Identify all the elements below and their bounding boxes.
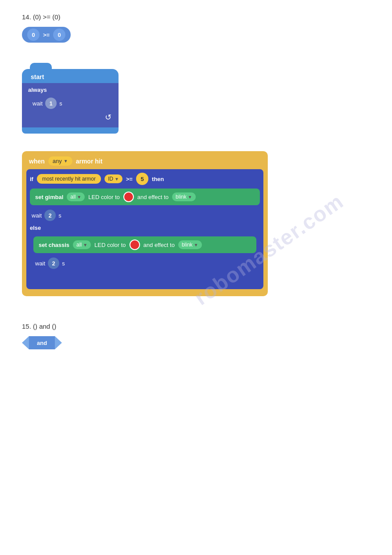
blink-dropdown-chassis[interactable]: blink ▼ [178, 240, 202, 249]
if-wait-unit: s [58, 212, 61, 219]
led-color-to-label: LED color to [88, 194, 120, 200]
refresh-row: ↺ [25, 111, 115, 124]
and-center: and [31, 336, 53, 349]
gte-op: >= [126, 176, 133, 182]
wait-unit: s [59, 100, 62, 107]
any-label: any [53, 158, 62, 164]
any-arrow: ▼ [64, 159, 68, 163]
set-chassis-row: set chassis all ▼ LED color to and effec… [33, 236, 256, 253]
when-header: when any ▼ armor hit [22, 151, 268, 169]
armor-hit-label: armor hit [76, 158, 103, 165]
start-bottom [22, 127, 119, 134]
section-14-label: 14. (0) >= (0) [22, 13, 370, 21]
blink-dropdown-gimbal[interactable]: blink ▼ [172, 192, 196, 201]
else-filler-bar [33, 275, 227, 282]
always-label: always [25, 87, 115, 93]
if-wait-value: 2 [44, 210, 56, 221]
start-label: start [31, 73, 44, 80]
when-body: if most recently hit armor ID ▼ >= 5 the… [22, 169, 268, 296]
else-label: else [30, 223, 260, 233]
blink-label-gimbal: blink [176, 194, 187, 200]
id-dropdown[interactable]: ID ▼ [104, 174, 122, 183]
comparison-block: 0 >= 0 [22, 27, 71, 43]
comparison-left-val: 0 [27, 29, 40, 41]
and-right-arrow [55, 336, 62, 349]
chassis-all-arrow: ▼ [83, 243, 87, 247]
section-15-section: 15. () and () and [22, 323, 370, 351]
when-label: when [29, 158, 45, 165]
start-block: start always wait 1 s ↺ [22, 69, 119, 134]
set-chassis-label: set chassis [39, 242, 69, 248]
blink-arrow-chassis: ▼ [194, 243, 198, 247]
section-15-label: 15. () and () [22, 323, 370, 330]
and-effect-to2-label: and effect to [144, 242, 175, 248]
start-hat: start [22, 69, 119, 83]
comparison-op: >= [43, 32, 50, 38]
refresh-icon: ↺ [105, 112, 111, 122]
and-block-wrapper: and [22, 336, 62, 349]
led-color-circle-gimbal[interactable] [123, 192, 134, 202]
most-recently-pill: most recently hit armor [37, 174, 101, 184]
else-wait-value: 2 [48, 258, 59, 269]
start-block-section: start always wait 1 s ↺ [22, 69, 370, 134]
and-text: and [37, 340, 47, 346]
blink-arrow-gimbal: ▼ [188, 195, 192, 200]
when-block-section: when any ▼ armor hit if most recently hi… [22, 151, 370, 296]
gimbal-all-label: all [70, 194, 76, 200]
if-header: if most recently hit armor ID ▼ >= 5 the… [30, 173, 260, 185]
if-label: if [30, 176, 33, 182]
when-outer-block: when any ▼ armor hit if most recently hi… [22, 151, 268, 296]
always-body: always wait 1 s ↺ [22, 83, 119, 127]
else-wait-unit: s [62, 260, 65, 267]
else-wait-row: wait 2 s [33, 256, 256, 271]
if-wait-label: wait [32, 212, 42, 219]
comparison-right-val: 0 [53, 29, 65, 41]
gimbal-all-dropdown[interactable]: all ▼ [67, 192, 85, 201]
set-gimbal-row: set gimbal all ▼ LED color to and effect… [30, 189, 260, 205]
most-recently-text: most recently hit armor [42, 176, 96, 182]
led-color-circle-chassis[interactable] [129, 239, 140, 250]
if-block: if most recently hit armor ID ▼ >= 5 the… [26, 169, 263, 289]
id-arrow: ▼ [115, 177, 119, 181]
led-color-to2-label: LED color to [94, 242, 126, 248]
chassis-all-label: all [76, 242, 82, 248]
then-label: then [152, 176, 164, 182]
if-wait-row: wait 2 s [30, 208, 260, 223]
chassis-all-dropdown[interactable]: all ▼ [73, 240, 91, 249]
id-label: ID [108, 176, 113, 182]
set-gimbal-label: set gimbal [35, 194, 63, 200]
any-dropdown[interactable]: any ▼ [48, 156, 72, 166]
and-left-arrow [22, 336, 29, 349]
else-body: set chassis all ▼ LED color to and effec… [30, 233, 260, 286]
else-wait-label: wait [35, 260, 45, 267]
gimbal-all-arrow: ▼ [77, 195, 81, 200]
wait-label: wait [32, 100, 43, 107]
wait-row: wait 1 s [29, 96, 115, 111]
wait-value: 1 [45, 98, 57, 109]
gte-val: 5 [136, 173, 148, 185]
and-effect-to-label: and effect to [137, 194, 169, 200]
blink-label-chassis: blink [182, 242, 193, 248]
